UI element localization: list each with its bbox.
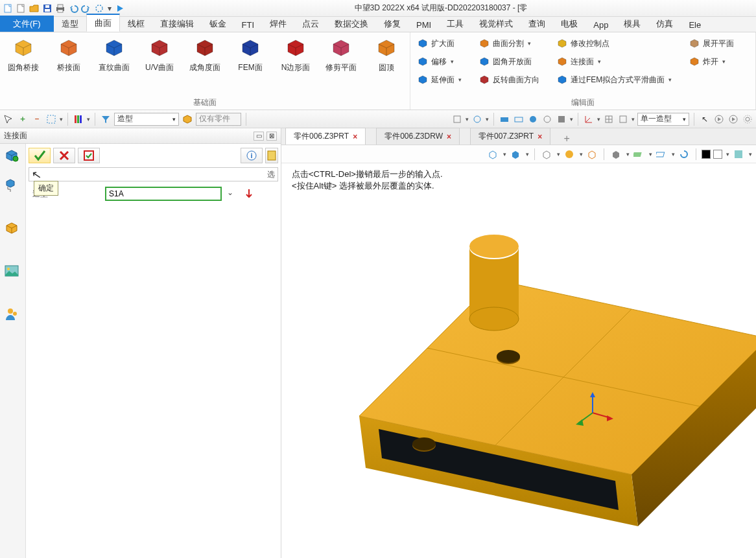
menu-tab-sheet[interactable]: 钣金	[202, 16, 234, 32]
selection-type-combo[interactable]: 造型▾	[114, 113, 179, 126]
view-icon[interactable]	[527, 113, 539, 125]
chevron-down-icon[interactable]: ▾	[597, 116, 600, 122]
color-swatch-white[interactable]	[713, 150, 722, 159]
view-icon[interactable]	[499, 113, 510, 125]
view-mode-combo[interactable]: 单一造型▾	[637, 113, 689, 126]
coord-icon[interactable]	[583, 113, 595, 125]
menu-tab-electrode[interactable]: 电极	[553, 16, 585, 32]
menu-tab-wireframe[interactable]: 线框	[120, 16, 152, 32]
menu-tab-tool[interactable]: 工具	[439, 16, 471, 32]
selection-hint-box[interactable]: 选	[29, 167, 278, 181]
chevron-down-icon[interactable]: ▾	[526, 151, 529, 157]
ok-button[interactable]	[29, 148, 51, 163]
menu-tab-pmi[interactable]: PMI	[408, 17, 439, 32]
chevron-down-icon[interactable]: ▾	[486, 116, 489, 122]
ribbon-fem-button[interactable]: FEM面	[231, 35, 270, 75]
chevron-down-icon[interactable]: ▾	[503, 151, 506, 157]
ribbon-ctrlpoint-button[interactable]: 修改控制点	[554, 35, 674, 52]
chevron-down-icon[interactable]: ▾	[87, 116, 90, 122]
qat-new-part-icon[interactable]	[3, 3, 14, 14]
new-tab-button[interactable]: +	[561, 133, 573, 145]
close-icon[interactable]: ×	[537, 132, 542, 141]
chevron-down-icon[interactable]: ▾	[458, 76, 462, 83]
ribbon-nside-button[interactable]: N边形面	[276, 35, 315, 75]
shade-icon[interactable]	[609, 148, 622, 161]
menu-tab-dataex[interactable]: 数据交换	[327, 16, 376, 32]
view-icon[interactable]	[556, 113, 567, 125]
chevron-down-icon[interactable]: ▾	[668, 76, 672, 83]
tool-icon[interactable]	[451, 113, 463, 125]
menu-tab-mold[interactable]: 模具	[616, 16, 648, 32]
ribbon-reverse-button[interactable]: 反转曲面方向	[476, 71, 542, 88]
chevron-down-icon[interactable]: ▾	[626, 151, 630, 157]
ribbon-zoom-button[interactable]: 扩大面	[414, 35, 464, 52]
menu-tab-modeling[interactable]: 造型	[54, 16, 86, 32]
view-wire-icon[interactable]	[585, 148, 598, 161]
ribbon-trim-button[interactable]: 修剪平面	[322, 35, 360, 75]
plane-icon[interactable]	[632, 148, 645, 161]
view-sphere-icon[interactable]	[563, 148, 576, 161]
menu-tab-weld[interactable]: 焊件	[262, 16, 294, 32]
menu-tab-app[interactable]: App	[585, 17, 616, 32]
cube-solid-icon[interactable]	[509, 148, 522, 161]
chevron-down-icon[interactable]: ▾	[749, 151, 752, 157]
color-swatch-black[interactable]	[702, 150, 711, 159]
view-icon[interactable]	[541, 113, 553, 125]
menu-tab-simulate[interactable]: 仿真	[648, 16, 681, 32]
plane2-icon[interactable]	[655, 148, 668, 161]
qat-print-icon[interactable]	[54, 3, 66, 14]
qat-redo-icon[interactable]	[80, 3, 92, 14]
ribbon-connect-button[interactable]: 连接面▾	[554, 53, 674, 70]
chevron-down-icon[interactable]: ▾	[722, 58, 726, 65]
record-icon[interactable]	[727, 113, 739, 125]
close-icon[interactable]: ×	[447, 132, 451, 141]
side-tab-tree-icon[interactable]	[4, 178, 22, 196]
part-filter-combo[interactable]: 仅有零件	[196, 113, 241, 126]
chevron-down-icon[interactable]: ▾	[557, 151, 560, 157]
qat-run-icon[interactable]	[114, 3, 126, 14]
doc-tab-t1[interactable]: 零件006.Z3PRT×	[285, 128, 366, 145]
menu-tab-file[interactable]: 文件(F)	[0, 16, 54, 32]
pick-target-icon[interactable]	[244, 188, 255, 200]
ribbon-angle-button[interactable]: 成角度面	[185, 35, 224, 75]
side-tab-user-icon[interactable]	[4, 306, 22, 324]
grid-icon[interactable]	[603, 113, 615, 125]
cube-wire-icon[interactable]	[486, 148, 499, 161]
chevron-down-icon[interactable]: ▾	[60, 116, 63, 122]
palette-icon[interactable]	[73, 113, 84, 125]
filter-icon[interactable]	[100, 113, 112, 125]
chevron-down-icon[interactable]: ▾	[106, 3, 113, 14]
cancel-button[interactable]	[53, 148, 75, 163]
menu-tab-visual[interactable]: 视觉样式	[471, 16, 521, 32]
ribbon-uv-button[interactable]: U/V曲面	[140, 35, 179, 75]
side-tab-feature-icon[interactable]	[4, 148, 22, 166]
chevron-down-icon[interactable]: ▾	[580, 151, 583, 157]
menu-tab-fti[interactable]: FTI	[234, 17, 263, 32]
ribbon-ruled-button[interactable]: 直纹曲面	[95, 35, 134, 75]
chevron-down-icon[interactable]: ▾	[451, 58, 454, 65]
qat-undo-icon[interactable]	[67, 3, 79, 14]
ribbon-fillet-button[interactable]: 圆角开放面	[476, 53, 542, 70]
menu-tab-pointcloud[interactable]: 点云	[294, 16, 327, 32]
reset-icon[interactable]	[678, 148, 691, 161]
close-icon[interactable]: ×	[353, 132, 357, 141]
ribbon-bridge-button[interactable]: 桥接面	[49, 35, 88, 75]
side-tab-solid-icon[interactable]	[4, 220, 22, 238]
play-circle-icon[interactable]	[713, 113, 725, 125]
selection-icon[interactable]	[45, 113, 57, 125]
doc-tab-t3[interactable]: 零件007.Z3PRT×	[470, 128, 550, 145]
qat-open-icon[interactable]	[29, 3, 40, 14]
qat-save-icon[interactable]	[41, 3, 53, 14]
chevron-down-icon[interactable]: ▾	[466, 116, 469, 122]
render-icon[interactable]	[617, 113, 629, 125]
ribbon-unfold-button[interactable]: 展开平面	[686, 35, 737, 52]
panel-close-icon[interactable]: ⊠	[266, 132, 277, 141]
help-button[interactable]	[265, 148, 278, 163]
chevron-down-icon[interactable]: ▾	[570, 116, 573, 122]
menu-tab-ele[interactable]: Ele	[681, 17, 709, 32]
chevron-down-icon[interactable]: ▾	[598, 58, 601, 65]
apply-button[interactable]	[78, 148, 100, 163]
menu-tab-repair[interactable]: 修复	[376, 16, 408, 32]
remove-icon[interactable]: －	[31, 113, 43, 125]
ribbon-split-button[interactable]: 曲面分割▾	[476, 35, 542, 52]
